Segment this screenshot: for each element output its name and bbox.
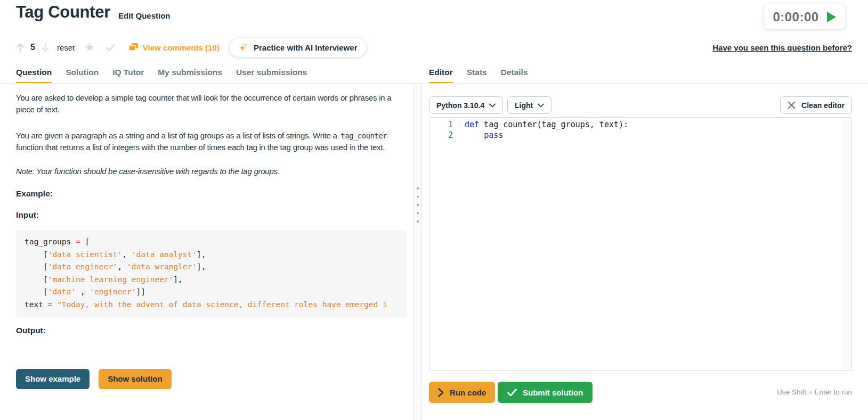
ai-interviewer-button[interactable]: Practice with AI Interviewer	[230, 38, 367, 57]
submit-solution-label: Submit solution	[523, 388, 583, 397]
run-code-button[interactable]: Run code	[429, 382, 495, 403]
view-comments-link[interactable]: View comments (10)	[128, 43, 220, 52]
mark-solved-button[interactable]	[106, 43, 116, 52]
up-arrow-icon	[16, 43, 25, 52]
tab-my-submissions[interactable]: My submissions	[158, 68, 222, 84]
page-title: Tag Counter	[16, 3, 110, 22]
tab-details[interactable]: Details	[501, 68, 528, 84]
edit-question-link[interactable]: Edit Question	[118, 11, 171, 20]
chevron-down-icon	[489, 103, 496, 108]
downvote-button[interactable]	[41, 43, 50, 52]
run-chevron-icon	[438, 388, 444, 397]
question-panel: You are asked to develop a simple tag co…	[16, 84, 410, 389]
clean-editor-label: Clean editor	[801, 101, 845, 110]
question-actions-row: 5 reset ★ View comments (10) Practi	[16, 38, 366, 57]
code-editor[interactable]: 1def tag_counter(tag_groups, text):2 pas…	[429, 117, 852, 371]
show-solution-button[interactable]: Show solution	[99, 369, 172, 389]
reset-votes-link[interactable]: reset	[57, 43, 75, 52]
ai-interviewer-label: Practice with AI Interviewer	[254, 43, 358, 52]
tab-iq-tutor[interactable]: IQ Tutor	[112, 68, 144, 84]
vote-count: 5	[30, 43, 35, 52]
theme-dropdown[interactable]: Light	[507, 96, 551, 114]
view-comments-label: View comments (10)	[143, 43, 220, 52]
submit-solution-button[interactable]: Submit solution	[498, 382, 593, 403]
run-shortcut-hint: Use Shift + Enter to run	[777, 388, 852, 396]
tab-question[interactable]: Question	[16, 68, 52, 84]
tab-stats[interactable]: Stats	[467, 68, 487, 84]
theme-dropdown-value: Light	[515, 101, 533, 110]
input-code-block: tag_groups = [ ['data scientist', 'data …	[16, 230, 407, 317]
tab-user-submissions[interactable]: User submissions	[236, 68, 307, 84]
timer-start-button[interactable]	[826, 11, 837, 23]
favorite-star-button[interactable]: ★	[84, 42, 95, 53]
submit-check-icon	[507, 389, 517, 397]
chevron-down-icon	[538, 103, 544, 108]
paragraph-2-text-before: You are given a paragraph as a string an…	[16, 131, 339, 140]
page: Tag Counter Edit Question 0:00:00 5 rese…	[0, 0, 868, 420]
input-label: Input:	[16, 210, 410, 220]
show-example-button[interactable]: Show example	[16, 369, 90, 389]
example-label: Example:	[16, 189, 410, 199]
panel-resize-handle[interactable]	[414, 84, 421, 420]
check-icon	[106, 43, 116, 52]
editor-code-area[interactable]: 1def tag_counter(tag_groups, text):2 pas…	[429, 119, 843, 141]
down-arrow-icon	[41, 43, 50, 52]
tab-solution[interactable]: Solution	[66, 68, 99, 84]
output-label: Output:	[16, 326, 410, 335]
run-code-label: Run code	[450, 388, 486, 397]
language-dropdown-value: Python 3.10.4	[436, 101, 484, 110]
paragraph-2-text-after: function that returns a list of integers…	[16, 143, 385, 152]
language-dropdown[interactable]: Python 3.10.4	[429, 96, 503, 114]
editor-line-number: 1	[429, 119, 459, 130]
drag-dots-icon	[414, 187, 421, 223]
seen-before-link[interactable]: Have you seen this question before?	[712, 43, 852, 52]
timer-value: 0:00:00	[773, 10, 818, 24]
question-tabs: Question Solution IQ Tutor My submission…	[16, 68, 307, 84]
question-buttons-row: Show example Show solution	[16, 369, 410, 389]
close-icon	[788, 101, 796, 109]
clean-editor-button[interactable]: Clean editor	[780, 96, 852, 114]
editor-scrollbar[interactable]	[843, 118, 851, 370]
timer-widget: 0:00:00	[764, 4, 845, 29]
question-paragraph-1: You are asked to develop a simple tag co…	[16, 92, 410, 116]
inline-code-tag-counter: tag_counter	[339, 131, 389, 141]
question-note: Note: Your function should be case-insen…	[16, 166, 410, 177]
tab-editor[interactable]: Editor	[429, 68, 453, 84]
editor-line-number: 2	[429, 130, 459, 141]
comments-icon	[128, 43, 139, 52]
upvote-button[interactable]	[16, 43, 25, 52]
sparkles-icon	[239, 43, 249, 53]
editor-tabs: Editor Stats Details	[429, 68, 528, 84]
question-paragraph-2: You are given a paragraph as a string an…	[16, 130, 410, 153]
panel-divider-right-line	[421, 84, 422, 420]
play-icon	[826, 11, 837, 23]
